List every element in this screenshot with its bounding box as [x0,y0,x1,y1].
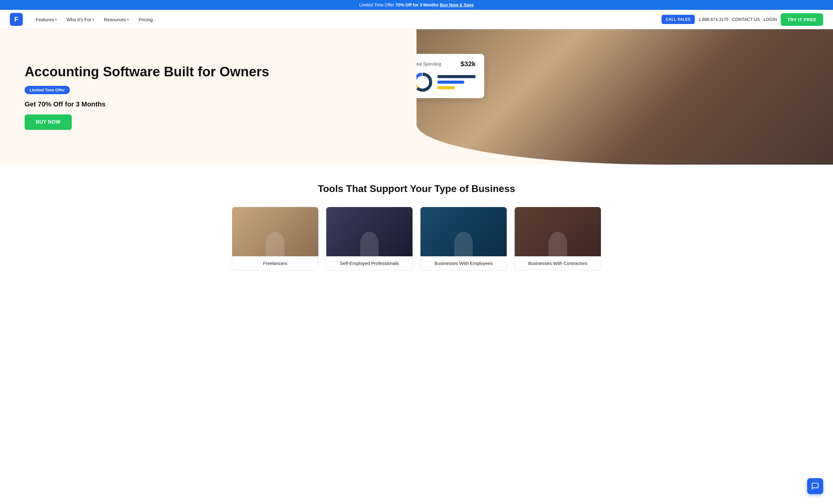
nav-resources[interactable]: Resources ▾ [100,15,133,25]
bar-dark [437,75,476,78]
spending-bars [437,75,476,89]
donut-chart [416,72,432,92]
tool-image-businesses-contractors [515,207,601,256]
tool-label-freelancers: Freelancers [232,256,318,270]
tool-label-businesses-employees: Businesses With Employees [421,256,507,270]
bar-mid [437,81,464,84]
spending-card-header: Total Spending $32k [416,60,476,68]
tools-section: Tools That Support Your Type of Business… [0,165,833,289]
phone-number: 1.888.674.3175 [698,17,728,22]
hero-left: Accounting Software Built for Owners Lim… [0,29,416,165]
spending-card: Total Spending $32k [416,54,484,98]
hero-section: Accounting Software Built for Owners Lim… [0,29,833,165]
nav-pricing[interactable]: Pricing [134,15,157,25]
tool-image-freelancers [232,207,318,256]
tools-grid: Freelancers Self-Employed Professionals … [232,207,601,271]
tool-card-self-employed[interactable]: Self-Employed Professionals [326,207,413,271]
spending-chart [416,72,476,92]
tool-image-businesses-employees [421,207,507,256]
try-free-button[interactable]: TRY IT FREE [781,13,823,26]
banner-highlight: 70% Off for 3 Months [396,2,439,7]
navigation: F Features ▾ Who It's For ▾ Resources ▾ … [0,10,833,29]
contact-us-link[interactable]: CONTACT US [732,17,760,22]
tool-label-businesses-contractors: Businesses With Contractors [515,256,601,270]
call-sales-button[interactable]: CALL SALES [662,15,695,24]
spending-amount: $32k [460,60,476,68]
chevron-down-icon: ▾ [55,18,57,21]
limited-time-badge: Limited Time Offer [25,86,70,94]
chevron-down-icon: ▾ [93,18,94,21]
buy-now-button[interactable]: BUY NOW [25,115,72,130]
chevron-down-icon: ▾ [127,18,129,21]
login-link[interactable]: LOGIN [763,17,777,22]
logo[interactable]: F [10,13,23,26]
tool-image-self-employed [326,207,412,256]
nav-links: Features ▾ Who It's For ▾ Resources ▾ Pr… [31,15,662,25]
top-banner: Limited Time Offer 70% Off for 3 Months … [0,0,833,10]
hero-right: Total Spending $32k [416,29,833,165]
bar-yellow [437,86,455,89]
tool-card-businesses-contractors[interactable]: Businesses With Contractors [515,207,601,271]
spending-label: Total Spending [416,61,442,67]
hero-title: Accounting Software Built for Owners [25,64,398,80]
tool-card-businesses-employees[interactable]: Businesses With Employees [420,207,507,271]
banner-prefix: Limited Time Offer [359,2,394,7]
tool-label-self-employed: Self-Employed Professionals [326,256,412,270]
nav-features[interactable]: Features ▾ [31,15,61,25]
hero-subtitle: Get 70% Off for 3 Months [25,100,398,108]
nav-right: CALL SALES 1.888.674.3175 CONTACT US LOG… [662,13,823,26]
tool-card-freelancers[interactable]: Freelancers [232,207,318,271]
tools-title: Tools That Support Your Type of Business [12,183,821,195]
nav-who-its-for[interactable]: Who It's For ▾ [62,15,98,25]
banner-link[interactable]: Buy Now & Save [440,2,474,7]
